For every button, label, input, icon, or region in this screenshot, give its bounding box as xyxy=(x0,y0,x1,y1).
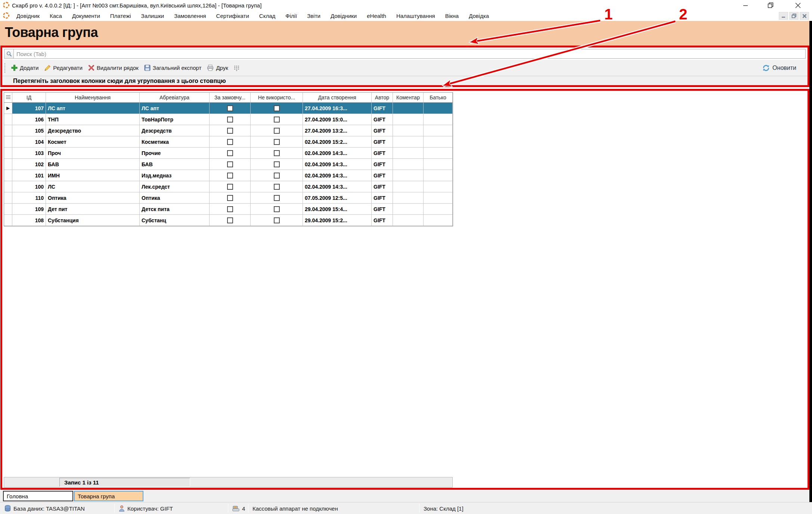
cell-cb2[interactable] xyxy=(251,204,303,215)
table-row[interactable]: 101ИМНИзд.медназ02.04.2009 14:3...GIFT xyxy=(4,170,453,181)
add-button[interactable]: Додати xyxy=(11,65,38,71)
grid-corner-cell[interactable] xyxy=(4,93,12,103)
cell-cb1[interactable] xyxy=(210,181,251,192)
cell-cb1[interactable] xyxy=(210,215,251,226)
mdi-restore-button[interactable] xyxy=(789,12,799,20)
cell-id[interactable]: 103 xyxy=(12,148,46,159)
cell-id[interactable]: 101 xyxy=(12,170,46,181)
cell-cb1[interactable] xyxy=(210,136,251,148)
cell-author[interactable]: GIFT xyxy=(372,170,393,181)
cell-id[interactable]: 109 xyxy=(12,204,46,215)
default-checkbox[interactable] xyxy=(227,195,233,201)
cell-parent[interactable] xyxy=(424,125,453,136)
refresh-button[interactable]: Оновити xyxy=(762,64,796,72)
unused-checkbox[interactable] xyxy=(274,161,280,167)
cell-cb1[interactable] xyxy=(210,192,251,204)
default-checkbox[interactable] xyxy=(227,117,233,123)
cell-parent[interactable] xyxy=(424,170,453,181)
cell-date[interactable]: 07.05.2009 12:5... xyxy=(303,192,372,204)
cell-cb1[interactable] xyxy=(210,170,251,181)
cell-parent[interactable] xyxy=(424,181,453,192)
cell-author[interactable]: GIFT xyxy=(372,125,393,136)
table-row[interactable]: 103ПрочПрочие02.04.2009 14:3...GIFT xyxy=(4,148,453,159)
unused-checkbox[interactable] xyxy=(274,117,280,123)
menu-item-1[interactable]: Довідник xyxy=(16,13,40,19)
table-row[interactable]: 100ЛСЛек.средст02.04.2009 14:3...GIFT xyxy=(4,181,453,192)
cell-comment[interactable] xyxy=(393,136,424,148)
column-header-7[interactable]: Автор xyxy=(372,93,393,103)
cell-abbr[interactable]: Детск пита xyxy=(140,204,210,215)
cell-name[interactable]: ЛС апт xyxy=(46,103,140,114)
default-checkbox[interactable] xyxy=(227,150,233,156)
menu-item-15[interactable]: Довідка xyxy=(469,13,489,19)
cell-id[interactable]: 100 xyxy=(12,181,46,192)
export-button[interactable]: Загальний експорт xyxy=(144,65,202,71)
cell-id[interactable]: 106 xyxy=(12,114,46,125)
column-header-3[interactable]: Абревіатура xyxy=(140,93,210,103)
cell-date[interactable]: 27.04.2009 16:3... xyxy=(303,103,372,114)
cell-abbr[interactable]: Изд.медназ xyxy=(140,170,210,181)
cell-parent[interactable] xyxy=(424,136,453,148)
column-header-2[interactable]: Найменування xyxy=(46,93,140,103)
cell-cb2[interactable] xyxy=(251,114,303,125)
cell-abbr[interactable]: Оптика xyxy=(140,192,210,204)
column-header-4[interactable]: За замовчу... xyxy=(210,93,251,103)
cell-comment[interactable] xyxy=(393,192,424,204)
cell-abbr[interactable]: Косметика xyxy=(140,136,210,148)
edit-button[interactable]: Редагувати xyxy=(44,65,83,71)
table-row[interactable]: 108СубстанцияСубстанц29.04.2009 15:2...G… xyxy=(4,215,453,226)
cell-author[interactable]: GIFT xyxy=(372,192,393,204)
group-by-bar[interactable]: Перетягніть заголовок колонки сюди для у… xyxy=(2,76,808,85)
menu-item-14[interactable]: Вікна xyxy=(445,13,459,19)
cell-id[interactable]: 102 xyxy=(12,159,46,170)
cell-author[interactable]: GIFT xyxy=(372,159,393,170)
table-row[interactable]: ▶107ЛС аптЛС апт27.04.2009 16:3...GIFT xyxy=(4,103,453,114)
cell-name[interactable]: ИМН xyxy=(46,170,140,181)
cell-name[interactable]: ТНП xyxy=(46,114,140,125)
unused-checkbox[interactable] xyxy=(274,173,280,179)
cell-name[interactable]: Оптика xyxy=(46,192,140,204)
cell-date[interactable]: 29.04.2009 15:4... xyxy=(303,204,372,215)
cell-author[interactable]: GIFT xyxy=(372,148,393,159)
cell-cb2[interactable] xyxy=(251,136,303,148)
unused-checkbox[interactable] xyxy=(274,217,280,223)
default-checkbox[interactable] xyxy=(227,139,233,145)
mdi-minimize-button[interactable] xyxy=(779,12,788,20)
cell-abbr[interactable]: БАВ xyxy=(140,159,210,170)
cell-id[interactable]: 107 xyxy=(12,103,46,114)
cell-name[interactable]: Дет пит xyxy=(46,204,140,215)
cell-author[interactable]: GIFT xyxy=(372,181,393,192)
default-checkbox[interactable] xyxy=(227,161,233,167)
cell-cb2[interactable] xyxy=(251,148,303,159)
menu-item-6[interactable]: Замовлення xyxy=(174,13,206,19)
column-header-5[interactable]: Не використо... xyxy=(251,93,303,103)
cell-id[interactable]: 104 xyxy=(12,136,46,148)
tab-inactive-1[interactable]: Головна xyxy=(3,491,73,501)
cell-parent[interactable] xyxy=(424,159,453,170)
cell-cb2[interactable] xyxy=(251,170,303,181)
column-header-8[interactable]: Коментар xyxy=(393,93,424,103)
mdi-close-button[interactable] xyxy=(800,12,809,20)
cell-author[interactable]: GIFT xyxy=(372,103,393,114)
cell-id[interactable]: 105 xyxy=(12,125,46,136)
menu-item-5[interactable]: Залишки xyxy=(141,13,164,19)
unused-checkbox[interactable] xyxy=(274,139,280,145)
cell-name[interactable]: БАВ xyxy=(46,159,140,170)
cell-comment[interactable] xyxy=(393,215,424,226)
minimize-button[interactable] xyxy=(740,1,751,9)
cell-comment[interactable] xyxy=(393,170,424,181)
column-header-9[interactable]: Батько xyxy=(424,93,453,103)
restore-button[interactable] xyxy=(765,1,776,9)
menu-item-4[interactable]: Платежі xyxy=(110,13,131,19)
cell-cb2[interactable] xyxy=(251,192,303,204)
delete-row-button[interactable]: Видалити рядок xyxy=(88,65,139,71)
cell-date[interactable]: 29.04.2009 15:2... xyxy=(303,215,372,226)
cell-name[interactable]: Проч xyxy=(46,148,140,159)
menu-item-2[interactable]: Каса xyxy=(50,13,62,19)
cell-date[interactable]: 27.04.2009 15:0... xyxy=(303,114,372,125)
cell-comment[interactable] xyxy=(393,125,424,136)
cell-date[interactable]: 02.04.2009 15:2... xyxy=(303,136,372,148)
cell-comment[interactable] xyxy=(393,204,424,215)
cell-cb1[interactable] xyxy=(210,159,251,170)
cell-comment[interactable] xyxy=(393,181,424,192)
